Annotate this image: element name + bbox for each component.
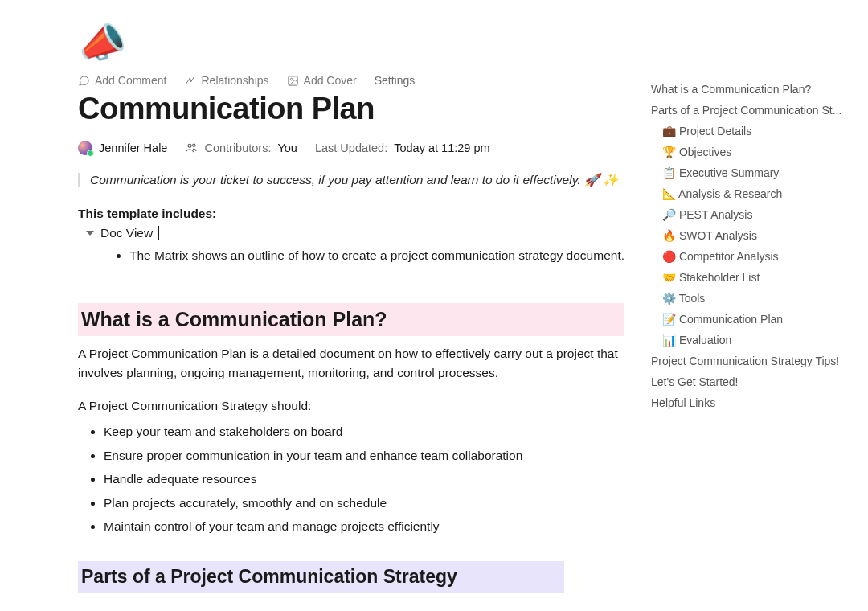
list-item[interactable]: Ensure proper communication in your team… [104,445,624,466]
toggle-doc-view[interactable]: Doc View [86,226,624,240]
paragraph[interactable]: A Project Communication Plan is a detail… [78,344,624,384]
updated-value: Today at 11:29 pm [394,141,489,154]
image-icon [287,75,299,87]
list-item[interactable]: The Matrix shows an outline of how to cr… [129,245,624,266]
svg-point-1 [290,78,293,80]
avatar [78,141,92,155]
chevron-down-icon [86,231,94,236]
author-name: Jennifer Hale [99,141,167,154]
outline-item[interactable]: 📊 Evaluation [651,330,852,351]
page-toolbar: Add Comment Relationships Add Cover Sett… [78,74,624,87]
text-cursor [158,226,159,240]
add-cover-label: Add Cover [304,74,357,87]
page-title[interactable]: Communication Plan [78,92,624,126]
outline-item[interactable]: 🤝 Stakeholder List [651,267,852,288]
add-comment-button[interactable]: Add Comment [78,74,166,87]
add-cover-button[interactable]: Add Cover [287,74,357,87]
outline-item[interactable]: 🔎 PEST Analysis [651,204,852,225]
page-meta: Jennifer Hale Contributors: You Last Upd… [78,141,624,155]
toggle-label: Doc View [100,226,153,240]
outline-sidebar: What is a Communication Plan? Parts of a… [651,79,852,413]
outline-item[interactable]: Project Communication Strategy Tips! [651,351,852,371]
relationships-icon [184,75,196,87]
strategy-list: Keep your team and stakeholders on board… [104,421,624,537]
heading-parts[interactable]: Parts of a Project Communication Strateg… [78,561,564,593]
outline-item[interactable]: Helpful Links [651,392,852,413]
people-icon [185,141,198,154]
outline-item[interactable]: 💼 Project Details [651,121,852,141]
page-icon[interactable]: 📣 [75,20,129,67]
svg-point-3 [193,144,195,146]
relationships-label: Relationships [201,74,268,87]
list-item[interactable]: Handle adequate resources [104,469,624,490]
outline-item[interactable]: 📝 Communication Plan [651,309,852,330]
comment-icon [78,75,90,87]
contributors-chip[interactable]: Contributors: You [185,141,297,154]
outline-item[interactable]: 📐 Analysis & Research [651,183,852,204]
paragraph[interactable]: A Project Communication Strategy should: [78,396,624,416]
outline-item[interactable]: 🔴 Competitor Analysis [651,246,852,267]
settings-label: Settings [375,74,416,87]
svg-point-2 [188,144,191,147]
outline-item[interactable]: Parts of a Project Communication St... [651,100,852,121]
outline-item[interactable]: ⚙️ Tools [651,288,852,309]
outline-item[interactable]: 📋 Executive Summary [651,162,852,183]
add-comment-label: Add Comment [95,74,166,87]
updated-label: Last Updated: [315,141,387,154]
list-item[interactable]: Maintain control of your team and manage… [104,516,624,537]
settings-button[interactable]: Settings [375,74,416,87]
template-includes-label[interactable]: This template includes: [78,207,624,221]
list-item[interactable]: Keep your team and stakeholders on board [104,421,624,442]
last-updated-chip: Last Updated: Today at 11:29 pm [315,141,490,154]
outline-item[interactable]: 🔥 SWOT Analysis [651,225,852,246]
contributors-value: You [277,141,297,154]
relationships-button[interactable]: Relationships [184,74,268,87]
toggle-content-list: The Matrix shows an outline of how to cr… [129,245,624,266]
heading-what-is[interactable]: What is a Communication Plan? [78,303,624,336]
outline-item[interactable]: Let's Get Started! [651,371,852,392]
outline-item[interactable]: 🏆 Objectives [651,141,852,162]
outline-item[interactable]: What is a Communication Plan? [651,79,852,100]
document-main: 📣 Add Comment Relationships Add Cover Se… [78,24,624,593]
author-chip[interactable]: Jennifer Hale [78,141,167,155]
list-item[interactable]: Plan projects accurately, smoothly and o… [104,493,624,514]
contributors-label: Contributors: [204,141,271,154]
quote-block[interactable]: Communication is your ticket to success,… [78,173,624,187]
